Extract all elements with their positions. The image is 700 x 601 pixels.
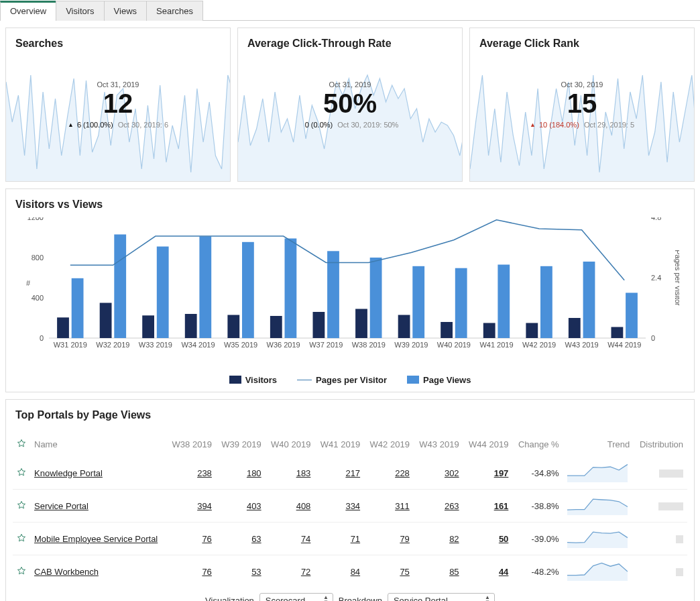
metric-link[interactable]: 53 [251,567,261,577]
svg-rect-35 [412,266,424,338]
visitors-vs-views-chart: 04008001200#02.44.8Pages per VisitorW31 … [15,217,679,368]
svg-text:W32 2019: W32 2019 [96,341,129,349]
distribution-bar [676,568,683,576]
metric-link[interactable]: 85 [449,567,459,577]
portal-link[interactable]: Service Portal [34,501,89,511]
star-icon[interactable] [17,468,26,477]
change-pct: -39.0% [512,523,563,555]
svg-rect-20 [199,237,211,339]
svg-text:W41 2019: W41 2019 [479,341,513,349]
svg-text:W44 2019: W44 2019 [607,341,641,349]
breakdown-select[interactable]: Service Portal ▲▼ [388,593,495,601]
column-header[interactable]: W42 2019 [364,432,414,457]
metric-link[interactable]: 228 [395,468,410,478]
table-row: CAB Workbench76537284758544-48.2% [13,555,687,588]
metric-link[interactable]: 263 [445,501,459,511]
trend-sparkline [567,562,628,581]
kpi-card-2[interactable]: Average Click Rank Oct 30, 2019 15 ▲ 10 … [469,28,695,182]
metric-link[interactable]: 76 [202,567,211,577]
metric-link[interactable]: 44 [499,567,508,577]
kpi-delta: ▲ 6 (100.0%) Oct 30, 2019: 6 [68,121,168,129]
star-icon [17,439,26,448]
metric-link[interactable]: 161 [494,501,509,511]
svg-text:W39 2019: W39 2019 [394,341,428,349]
column-header[interactable]: W43 2019 [414,432,463,457]
star-icon[interactable] [17,500,26,510]
svg-rect-28 [313,312,325,338]
metric-link[interactable]: 408 [296,501,311,511]
column-header[interactable]: Change % [512,432,563,457]
kpi-card-0[interactable]: Searches Oct 31, 2019 12 ▲ 6 (100.0%) Oc… [5,28,231,182]
kpi-delta: 0 (0.0%) Oct 30, 2019: 50% [302,121,399,129]
kpi-value: 15 [567,90,597,117]
metric-link[interactable]: 74 [301,534,310,544]
column-header[interactable]: Distribution [634,432,687,457]
tab-searches[interactable]: Searches [146,1,203,21]
metric-link[interactable]: 302 [445,468,459,478]
column-header[interactable]: W39 2019 [216,432,266,457]
metric-link[interactable]: 334 [345,501,360,511]
metric-link[interactable]: 84 [351,567,360,577]
star-icon[interactable] [17,533,26,543]
svg-text:W31 2019: W31 2019 [54,341,87,349]
change-pct: -38.8% [512,490,563,523]
metric-link[interactable]: 217 [345,468,360,478]
svg-rect-38 [455,268,467,338]
metric-link[interactable]: 79 [400,534,409,544]
tab-overview[interactable]: Overview [0,1,56,21]
svg-text:W36 2019: W36 2019 [267,341,300,349]
column-header[interactable]: W44 2019 [463,432,513,457]
column-header[interactable]: Name [30,432,166,457]
metric-link[interactable]: 76 [202,534,211,544]
svg-text:W35 2019: W35 2019 [224,341,257,349]
svg-rect-19 [185,314,197,338]
metric-link[interactable]: 72 [301,567,310,577]
svg-text:400: 400 [32,294,44,302]
svg-text:0: 0 [40,334,44,342]
metric-link[interactable]: 403 [247,501,261,511]
change-pct: -48.2% [512,555,563,588]
svg-rect-43 [526,323,538,339]
metric-link[interactable]: 71 [351,534,360,544]
metric-link[interactable]: 82 [449,534,459,544]
portal-link[interactable]: Mobile Employee Service Portal [34,534,158,544]
svg-rect-16 [142,315,154,338]
svg-text:800: 800 [32,254,44,262]
metric-link[interactable]: 394 [197,501,212,511]
metric-link[interactable]: 183 [296,468,311,478]
portal-link[interactable]: CAB Workbench [34,567,99,577]
svg-rect-49 [611,327,624,339]
metric-link[interactable]: 197 [494,468,509,478]
breakdown-label: Breakdown [339,596,382,601]
kpi-card-1[interactable]: Average Click-Through Rate Oct 31, 2019 … [237,28,463,182]
svg-text:W42 2019: W42 2019 [522,341,556,349]
star-icon[interactable] [17,566,26,576]
svg-text:Pages per Visitor: Pages per Visitor [674,250,679,306]
svg-rect-40 [483,323,495,339]
metric-link[interactable]: 180 [247,468,261,478]
table-row: Mobile Employee Service Portal7663747179… [13,523,687,555]
svg-rect-41 [498,265,510,339]
svg-text:W37 2019: W37 2019 [309,341,343,349]
column-header[interactable]: W41 2019 [314,432,364,457]
metric-link[interactable]: 63 [251,534,261,544]
visualization-select[interactable]: Scorecard ▲▼ [259,593,333,601]
tabs: OverviewVisitorsViewsSearches [0,0,700,21]
svg-text:1200: 1200 [27,217,44,221]
svg-text:0: 0 [651,334,655,342]
top-portals-title: Top Portals by Page Views [15,409,687,421]
tab-views[interactable]: Views [104,1,147,21]
svg-rect-25 [270,316,282,338]
table-row: Knowledge Portal238180183217228302197-34… [13,457,687,490]
column-header[interactable]: W38 2019 [166,432,216,457]
column-header[interactable]: W40 2019 [266,432,315,457]
distribution-bar [658,502,683,510]
portal-link[interactable]: Knowledge Portal [34,468,103,478]
metric-link[interactable]: 75 [400,567,409,577]
tab-visitors[interactable]: Visitors [56,1,104,21]
metric-link[interactable]: 238 [197,468,212,478]
metric-link[interactable]: 50 [499,534,508,544]
favorite-column [13,432,30,457]
column-header[interactable]: Trend [563,432,634,457]
metric-link[interactable]: 311 [395,501,410,511]
